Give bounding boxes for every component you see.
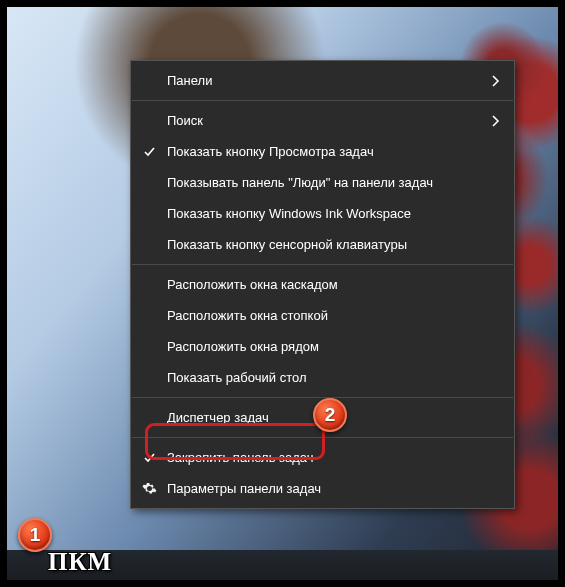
menu-item-toolbars[interactable]: Панели [131,65,514,96]
menu-label: Показать кнопку Windows Ink Workspace [167,206,500,221]
menu-label: Показать кнопку сенсорной клавиатуры [167,237,500,252]
menu-label: Показывать панель "Люди" на панели задач [167,175,500,190]
check-icon [131,145,167,158]
menu-item-show-people[interactable]: Показывать панель "Люди" на панели задач [131,167,514,198]
menu-label: Показать кнопку Просмотра задач [167,144,500,159]
menu-label: Расположить окна каскадом [167,277,500,292]
menu-item-taskbar-settings[interactable]: Параметры панели задач [131,473,514,504]
menu-item-cascade-windows[interactable]: Расположить окна каскадом [131,269,514,300]
chevron-right-icon [492,115,500,127]
menu-label: Поиск [167,113,492,128]
menu-label: Диспетчер задач [167,410,500,425]
menu-item-stack-windows[interactable]: Расположить окна стопкой [131,300,514,331]
taskbar-context-menu: Панели Поиск Показать кнопку Просмотра з… [130,60,515,509]
chevron-right-icon [492,75,500,87]
menu-separator [132,264,513,265]
gear-icon [131,481,167,496]
menu-separator [132,397,513,398]
menu-label: Закрепить панель задач [167,450,500,465]
menu-item-search[interactable]: Поиск [131,105,514,136]
menu-label: Панели [167,73,492,88]
menu-label: Расположить окна рядом [167,339,500,354]
menu-item-show-touch-keyboard[interactable]: Показать кнопку сенсорной клавиатуры [131,229,514,260]
menu-item-show-task-view[interactable]: Показать кнопку Просмотра задач [131,136,514,167]
menu-item-task-manager[interactable]: Диспетчер задач [131,402,514,433]
menu-label: Параметры панели задач [167,481,500,496]
menu-item-show-ink-workspace[interactable]: Показать кнопку Windows Ink Workspace [131,198,514,229]
taskbar[interactable] [7,550,558,580]
menu-item-show-desktop[interactable]: Показать рабочий стол [131,362,514,393]
menu-label: Показать рабочий стол [167,370,500,385]
menu-label: Расположить окна стопкой [167,308,500,323]
menu-item-lock-taskbar[interactable]: Закрепить панель задач [131,442,514,473]
menu-separator [132,100,513,101]
menu-separator [132,437,513,438]
menu-item-side-by-side[interactable]: Расположить окна рядом [131,331,514,362]
check-icon [131,451,167,464]
